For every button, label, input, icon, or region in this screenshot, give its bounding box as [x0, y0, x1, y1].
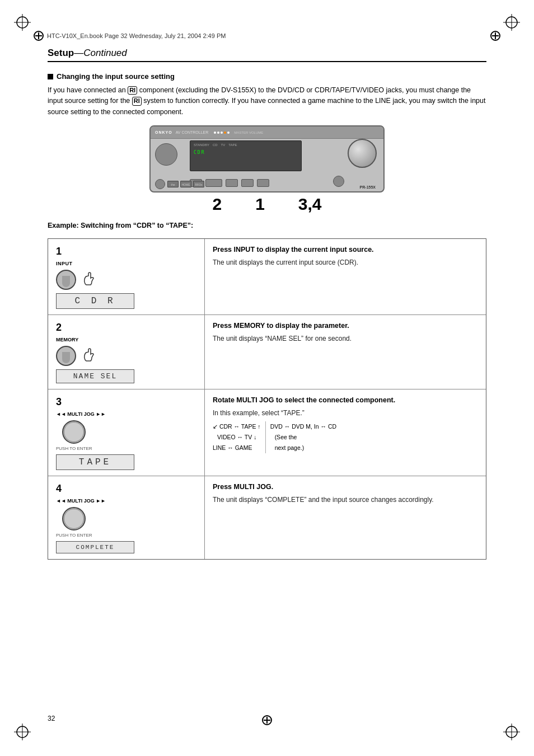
step-2-label: MEMORY	[56, 337, 78, 342]
example-label: Example: Switching from “CDR” to “TAPE”:	[48, 222, 486, 229]
step-4-row: 4 ◄◄ MULTI JOG ►► PUSH TO ENTER COMPLETE…	[48, 476, 486, 559]
header-meta-bar: HTC-V10X_En.book Page 32 Wednesday, July…	[34, 31, 500, 41]
step-4-display: COMPLETE	[56, 541, 134, 553]
bottom-crosshair	[262, 715, 272, 725]
corner-mark-br	[500, 721, 523, 745]
step-1-left: 1 INPUT C D R	[48, 239, 205, 314]
ri-symbol-2: RI	[132, 97, 142, 105]
page-number: 32	[48, 715, 55, 722]
step-1-number: 1	[56, 246, 62, 257]
step-2-right-body: The unit displays “NAME SEL” for one sec…	[213, 334, 478, 344]
step-2-number: 2	[56, 322, 62, 334]
step-4-right-title: Press MULTI JOG.	[213, 482, 478, 492]
step-3-display: TAPE	[56, 454, 134, 470]
section-title: Setup—Continued	[48, 48, 486, 62]
hand-icon-2	[81, 348, 97, 364]
step-1-right-body: The unit displays the current input sour…	[213, 257, 478, 267]
step-3-row: 3 ◄◄ MULTI JOG ►► PUSH TO ENTER TAPE Rot…	[48, 389, 486, 476]
onkyo-display: STANDBYCDTVTAPE CDR	[190, 140, 302, 171]
step-2-row: 2 MEMORY NAME SEL Press MEMORY to displa…	[48, 315, 486, 389]
step-3-number: 3	[56, 396, 62, 408]
step-3-arrows: ↙ CDR ↔ TAPE ↑ VIDEO ↔ TV ↓ LINE ↔ GAME …	[213, 421, 478, 453]
step-2-display: NAME SEL	[56, 369, 134, 383]
step-3-label: ◄◄ MULTI JOG ►►	[56, 411, 106, 417]
step-1-label: INPUT	[56, 261, 73, 266]
step-3-right-body: In this example, select “TAPE.”	[213, 408, 478, 418]
step-1-right: Press INPUT to display the current input…	[205, 239, 486, 314]
step-4-right: Press MULTI JOG. The unit displays “COMP…	[205, 476, 486, 559]
onkyo-left-btn	[155, 143, 177, 166]
step-2-right-title: Press MEMORY to display the parameter.	[213, 321, 478, 331]
step-label-1: 1	[255, 195, 265, 214]
step-1-icon: INPUT	[56, 261, 73, 266]
header-meta-text: HTC-V10X_En.book Page 32 Wednesday, July…	[47, 32, 226, 39]
step-4-right-body: The unit displays “COMPLETE” and the inp…	[213, 495, 478, 505]
header-crosshair-right-icon	[490, 31, 500, 41]
bottom-center-crosshair-icon	[262, 715, 272, 725]
corner-mark-tl	[11, 11, 34, 35]
header-crosshair-icon	[34, 31, 44, 41]
step-2-left: 2 MEMORY NAME SEL	[48, 315, 205, 389]
onkyo-device-img: ONKYO AV CONTROLLER MASTER VOLUME	[149, 125, 385, 192]
step-4-left: 4 ◄◄ MULTI JOG ►► PUSH TO ENTER COMPLETE	[48, 476, 205, 559]
steps-container: 1 INPUT C D R	[48, 238, 486, 560]
step-3-left: 3 ◄◄ MULTI JOG ►► PUSH TO ENTER TAPE	[48, 389, 205, 476]
corner-mark-tr	[500, 11, 523, 35]
device-image: ONKYO AV CONTROLLER MASTER VOLUME	[48, 125, 486, 214]
step-label-34: 3,4	[298, 195, 322, 214]
step-1-row: 1 INPUT C D R	[48, 239, 486, 315]
device-step-labels: 2 1 3,4	[212, 195, 321, 214]
page: HTC-V10X_En.book Page 32 Wednesday, July…	[0, 0, 534, 756]
step-2-right: Press MEMORY to display the parameter. T…	[205, 315, 486, 389]
subsection-heading: Changing the input source setting	[48, 72, 486, 81]
step-4-label: ◄◄ MULTI JOG ►►	[56, 498, 106, 504]
body-text: If you have connected an RI component (e…	[48, 85, 486, 118]
onkyo-model-label: PR-155X	[360, 185, 376, 189]
step-1-right-title: Press INPUT to display the current input…	[213, 245, 478, 255]
main-content: Setup—Continued Changing the input sourc…	[48, 48, 486, 560]
step-4-number: 4	[56, 483, 62, 495]
black-square-icon	[48, 74, 53, 79]
step-label-2: 2	[212, 195, 222, 214]
ri-symbol-1: RI	[128, 86, 137, 95]
step-3-right: Rotate MULTI JOG to select the connected…	[205, 389, 486, 476]
corner-mark-bl	[11, 721, 34, 745]
step-3-right-title: Rotate MULTI JOG to select the connected…	[213, 395, 478, 406]
hand-icon-1	[81, 271, 97, 288]
onkyo-big-knob	[348, 139, 377, 168]
step-1-display: C D R	[56, 293, 134, 309]
